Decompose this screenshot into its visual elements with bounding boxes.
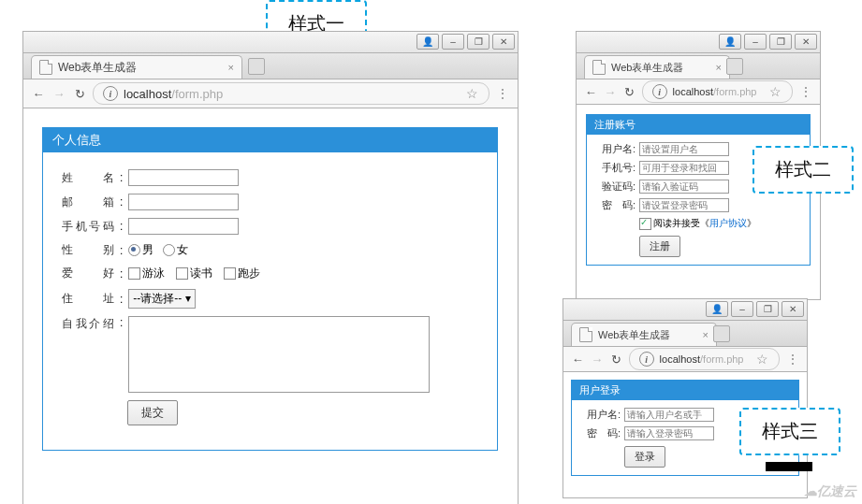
register-button[interactable]: 注册 [639,236,680,257]
info-icon[interactable]: i [639,352,654,367]
phone-input[interactable] [128,218,239,235]
file-icon [579,327,592,342]
tab-title: Web表单生成器 [598,328,670,342]
back-button[interactable]: ← [571,352,585,367]
label-hobby: 爱 好 [62,266,114,281]
label-email: 邮 箱 [62,194,114,210]
minimize-button[interactable]: – [442,34,464,50]
login-pwd-input[interactable] [624,426,714,440]
intro-textarea[interactable] [128,316,430,393]
page-content-2: 注册账号 用户名: 手机号: 验证码: 密 码: 阅读并接受《用户协议》 注册 [576,105,821,300]
agree-checkbox[interactable] [639,218,651,230]
label-code: 验证码: [596,180,636,194]
chk-run[interactable] [224,267,236,280]
user-icon[interactable]: 👤 [416,34,439,50]
tab-title: Web表单生成器 [611,61,683,75]
new-tab-button[interactable] [713,325,730,342]
login-button[interactable]: 登录 [624,446,665,468]
close-button[interactable]: ✕ [492,34,515,50]
radio-male[interactable] [128,244,140,256]
label-user: 用户名: [596,142,636,156]
label-addr: 住 址 [62,291,114,307]
forward-button: → [51,86,66,101]
watermark: ☁亿速云 [804,483,856,500]
menu-icon[interactable]: ⋮ [785,352,799,367]
browser-window-1: 👤 – ❐ ✕ Web表单生成器 × ← → ↻ i localhost/for… [22,31,519,504]
user-icon[interactable]: 👤 [719,34,741,50]
menu-icon[interactable]: ⋮ [495,86,510,101]
tab-bar: Web表单生成器 × [562,320,808,346]
address-bar-row: ← → ↻ i localhost/form.php ☆ ⋮ [576,79,821,105]
address-bar[interactable]: i localhost/form.php ☆ [629,348,781,370]
close-button[interactable]: ✕ [782,301,804,317]
label-name: 姓 名 [62,170,114,186]
reg-phone-input[interactable] [639,161,729,175]
info-icon[interactable]: i [652,84,667,99]
maximize-button[interactable]: ❐ [467,34,489,50]
url-text: localhost/form.php [124,87,223,101]
titlebar[interactable]: 👤 – ❐ ✕ [22,31,519,52]
label-pwd: 密 码: [596,198,636,212]
forward-button: → [591,352,605,367]
tab-active[interactable]: Web表单生成器 × [571,323,717,346]
redaction-bar [766,462,812,471]
panel-header: 用户登录 [572,381,798,400]
name-input[interactable] [128,169,239,186]
info-icon[interactable]: i [103,86,118,101]
user-input[interactable] [639,142,729,156]
address-bar[interactable]: i localhost/form.php ☆ [642,80,794,103]
minimize-button[interactable]: – [731,301,753,317]
reload-button[interactable]: ↻ [72,86,87,101]
radio-female[interactable] [163,244,175,256]
label-user: 用户名: [581,408,621,422]
address-bar-row: ← → ↻ i localhost/form.php ☆ ⋮ [562,346,808,372]
bookmark-icon[interactable]: ☆ [754,352,769,367]
minimize-button[interactable]: – [744,34,767,50]
label-gender: 性 别 [62,242,114,258]
maximize-button[interactable]: ❐ [756,301,779,317]
file-icon [592,60,606,75]
form-panel-1: 个人信息 姓 名: 邮 箱: 手机号码: 性 别: 男 女 爱 好: 游泳 读书… [42,127,498,451]
maximize-button[interactable]: ❐ [769,34,792,50]
code-input[interactable] [639,180,729,194]
agreement-link[interactable]: 用户协议 [709,217,747,230]
page-content-1: 个人信息 姓 名: 邮 箱: 手机号码: 性 别: 男 女 爱 好: 游泳 读书… [22,108,519,504]
tab-close-icon[interactable]: × [228,62,234,73]
file-icon [39,60,52,75]
url-text: localhost/form.php [660,353,744,365]
tab-title: Web表单生成器 [58,60,137,76]
titlebar[interactable]: 👤 – ❐ ✕ [562,298,808,320]
tab-close-icon[interactable]: × [716,62,722,73]
url-text: localhost/form.php [673,86,757,97]
label-intro: 自我介绍 [62,316,114,332]
reload-button[interactable]: ↻ [609,352,623,367]
submit-button[interactable]: 提交 [127,400,178,425]
bookmark-icon[interactable]: ☆ [464,86,479,101]
address-bar[interactable]: i localhost/form.php ☆ [93,82,489,105]
addr-select[interactable]: --请选择-- ▾ [128,289,195,309]
new-tab-button[interactable] [248,58,265,75]
back-button[interactable]: ← [584,84,598,99]
new-tab-button[interactable] [726,58,743,75]
menu-icon[interactable]: ⋮ [798,84,812,99]
login-user-input[interactable] [624,408,714,422]
tab-bar: Web表单生成器 × [576,52,821,79]
pwd-input[interactable] [639,198,729,212]
email-input[interactable] [128,194,239,210]
tab-bar: Web表单生成器 × [22,52,519,79]
close-button[interactable]: ✕ [795,34,817,50]
label-phone: 手机号码 [62,219,114,235]
address-bar-row: ← → ↻ i localhost/form.php ☆ ⋮ [22,79,519,108]
reload-button[interactable]: ↻ [622,84,636,99]
titlebar[interactable]: 👤 – ❐ ✕ [576,31,821,52]
label-phone: 手机号: [596,161,636,175]
tab-close-icon[interactable]: × [703,329,709,340]
forward-button: → [604,84,618,99]
tab-active[interactable]: Web表单生成器 × [584,55,730,79]
chk-read[interactable] [176,267,188,280]
user-icon[interactable]: 👤 [706,301,728,317]
tab-active[interactable]: Web表单生成器 × [31,55,242,79]
bookmark-icon[interactable]: ☆ [767,84,782,99]
chk-swim[interactable] [128,267,140,280]
back-button[interactable]: ← [31,86,46,101]
